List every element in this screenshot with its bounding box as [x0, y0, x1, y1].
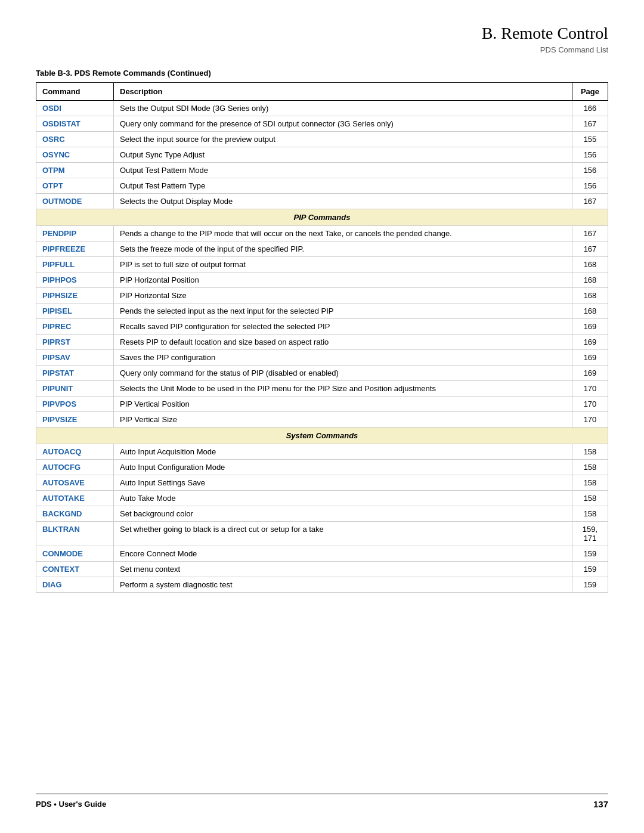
command-cell: BACKGND — [36, 506, 114, 522]
command-cell: CONTEXT — [36, 562, 114, 577]
page-footer: PDS • User's Guide 137 — [36, 794, 608, 809]
table-row: BLKTRANSet whether going to black is a d… — [36, 522, 608, 546]
command-cell: PENDPIP — [36, 226, 114, 241]
table-row: CONTEXTSet menu context159 — [36, 562, 608, 577]
page-cell: 169 — [572, 366, 608, 381]
command-cell: CONMODE — [36, 546, 114, 562]
description-cell: Query only command for the status of PIP… — [114, 366, 572, 381]
table-row: PIPVPOSPIP Vertical Position170 — [36, 397, 608, 412]
commands-table: Command Description Page OSDISets the Ou… — [36, 82, 608, 593]
page-cell: 169 — [572, 319, 608, 335]
command-cell: AUTOSAVE — [36, 475, 114, 491]
page-cell: 168 — [572, 272, 608, 288]
command-cell: OSDI — [36, 101, 114, 116]
description-cell: Auto Input Configuration Mode — [114, 460, 572, 475]
section-header-label: System Commands — [36, 428, 608, 444]
page-cell: 159 — [572, 546, 608, 562]
command-cell: PIPHPOS — [36, 272, 114, 288]
table-row: PIPISELPends the selected input as the n… — [36, 304, 608, 319]
description-cell: Selects the Output Display Mode — [114, 194, 572, 209]
description-cell: Query only command for the presence of S… — [114, 116, 572, 132]
description-cell: Auto Input Settings Save — [114, 475, 572, 491]
description-cell: Sets the Output SDI Mode (3G Series only… — [114, 101, 572, 116]
table-row: AUTOTAKEAuto Take Mode158 — [36, 491, 608, 506]
footer-guide-label: PDS • User's Guide — [36, 800, 106, 809]
page-cell: 155 — [572, 132, 608, 147]
table-row: PIPHPOSPIP Horizontal Position168 — [36, 272, 608, 288]
table-row: PIPVSIZEPIP Vertical Size170 — [36, 412, 608, 428]
description-cell: Set whether going to black is a direct c… — [114, 522, 572, 546]
description-cell: Selects the Unit Mode to be used in the … — [114, 381, 572, 397]
page-cell: 158 — [572, 475, 608, 491]
description-cell: Pends a change to the PIP mode that will… — [114, 226, 572, 241]
page-cell: 168 — [572, 304, 608, 319]
table-row: OTPMOutput Test Pattern Mode156 — [36, 163, 608, 178]
table-row: PIPSTATQuery only command for the status… — [36, 366, 608, 381]
description-cell: Pends the selected input as the next inp… — [114, 304, 572, 319]
command-cell: OSDISTAT — [36, 116, 114, 132]
command-cell: PIPVPOS — [36, 397, 114, 412]
page-cell: 167 — [572, 241, 608, 257]
table-row: AUTOCFGAuto Input Configuration Mode158 — [36, 460, 608, 475]
command-cell: AUTOCFG — [36, 460, 114, 475]
page-cell: 169 — [572, 350, 608, 366]
description-cell: Resets PIP to default location and size … — [114, 335, 572, 350]
page-cell: 170 — [572, 397, 608, 412]
table-row: PIPHSIZEPIP Horizontal Size168 — [36, 288, 608, 304]
command-cell: PIPSTAT — [36, 366, 114, 381]
page-cell: 168 — [572, 288, 608, 304]
table-row: AUTOACQAuto Input Acquisition Mode158 — [36, 444, 608, 460]
section-header-row: System Commands — [36, 428, 608, 444]
description-cell: Select the input source for the preview … — [114, 132, 572, 147]
command-cell: PIPFULL — [36, 257, 114, 272]
header-command: Command — [36, 83, 114, 101]
description-cell: Set menu context — [114, 562, 572, 577]
description-cell: Auto Take Mode — [114, 491, 572, 506]
description-cell: Set background color — [114, 506, 572, 522]
table-row: CONMODEEncore Connect Mode159 — [36, 546, 608, 562]
table-row: OUTMODESelects the Output Display Mode16… — [36, 194, 608, 209]
page-cell: 170 — [572, 381, 608, 397]
table-row: PIPRECRecalls saved PIP configuration fo… — [36, 319, 608, 335]
command-cell: OSRC — [36, 132, 114, 147]
command-cell: PIPRST — [36, 335, 114, 350]
description-cell: PIP Horizontal Size — [114, 288, 572, 304]
page-cell: 167 — [572, 194, 608, 209]
page-cell: 158 — [572, 460, 608, 475]
page-cell: 167 — [572, 116, 608, 132]
page-cell: 156 — [572, 163, 608, 178]
table-row: PIPFULLPIP is set to full size of output… — [36, 257, 608, 272]
command-cell: PIPVSIZE — [36, 412, 114, 428]
footer-page-number: 137 — [593, 799, 608, 809]
table-row: OSYNCOutput Sync Type Adjust156 — [36, 147, 608, 163]
table-row: DIAGPerform a system diagnostic test159 — [36, 577, 608, 593]
description-cell: Output Test Pattern Type — [114, 178, 572, 194]
page-cell: 156 — [572, 178, 608, 194]
page-subtitle: PDS Command List — [36, 45, 608, 54]
command-cell: DIAG — [36, 577, 114, 593]
table-row: PIPFREEZESets the freeze mode of the inp… — [36, 241, 608, 257]
command-cell: PIPSAV — [36, 350, 114, 366]
table-row: OSRCSelect the input source for the prev… — [36, 132, 608, 147]
page-cell: 159 — [572, 562, 608, 577]
command-cell: AUTOTAKE — [36, 491, 114, 506]
description-cell: Encore Connect Mode — [114, 546, 572, 562]
page-cell: 169 — [572, 335, 608, 350]
table-caption: Table B-3. PDS Remote Commands (Continue… — [36, 69, 608, 78]
description-cell: PIP is set to full size of output format — [114, 257, 572, 272]
command-cell: OTPT — [36, 178, 114, 194]
description-cell: PIP Vertical Size — [114, 412, 572, 428]
description-cell: Recalls saved PIP configuration for sele… — [114, 319, 572, 335]
command-cell: PIPFREEZE — [36, 241, 114, 257]
table-row: PIPRSTResets PIP to default location and… — [36, 335, 608, 350]
page-cell: 168 — [572, 257, 608, 272]
page-title: B. Remote Control — [36, 24, 608, 43]
command-cell: PIPUNIT — [36, 381, 114, 397]
table-row: BACKGNDSet background color158 — [36, 506, 608, 522]
section-header-label: PIP Commands — [36, 209, 608, 226]
page-cell: 158 — [572, 444, 608, 460]
description-cell: Output Sync Type Adjust — [114, 147, 572, 163]
description-cell: Perform a system diagnostic test — [114, 577, 572, 593]
page-cell: 170 — [572, 412, 608, 428]
page-cell: 158 — [572, 506, 608, 522]
